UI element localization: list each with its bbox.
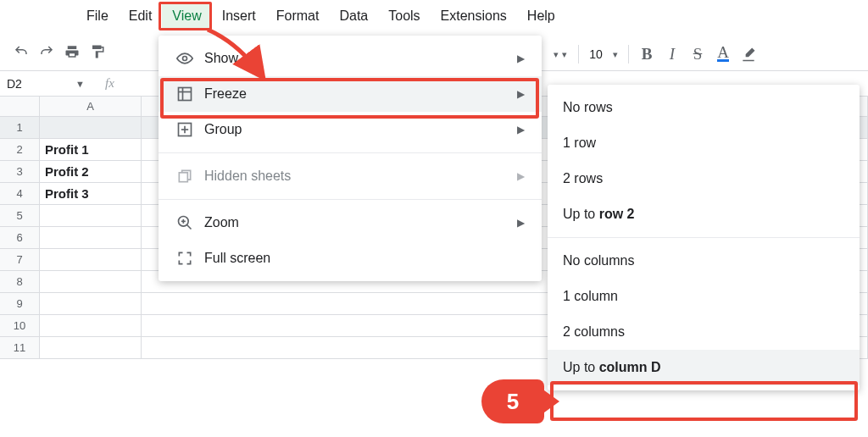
- freeze-icon: [174, 86, 196, 102]
- text-bold: row 2: [599, 207, 635, 221]
- row-header[interactable]: 1: [0, 117, 40, 139]
- row-header[interactable]: 11: [0, 337, 40, 359]
- freeze-2-columns[interactable]: 2 columns: [548, 314, 860, 350]
- select-all-corner[interactable]: [0, 97, 40, 117]
- menu-item-label: Group: [204, 122, 517, 137]
- row-header[interactable]: 9: [0, 293, 40, 315]
- menu-separator: [159, 152, 542, 153]
- menu-tools[interactable]: Tools: [378, 3, 430, 29]
- freeze-1-row[interactable]: 1 row: [548, 125, 860, 161]
- submenu-arrow-icon: ▶: [517, 53, 525, 64]
- bold-button[interactable]: B: [634, 41, 659, 67]
- menu-item-label: Full screen: [204, 251, 525, 266]
- font-size-dropdown-icon[interactable]: ▾: [608, 41, 623, 67]
- name-box-dropdown-icon: ▼: [75, 79, 85, 89]
- freeze-no-columns[interactable]: No columns: [548, 243, 860, 279]
- sheets-icon: [174, 168, 196, 185]
- menu-item-hidden-sheets: Hidden sheets ▶: [159, 158, 542, 194]
- eye-icon: [174, 50, 196, 67]
- menu-item-group[interactable]: Group ▶: [159, 112, 542, 147]
- submenu-arrow-icon: ▶: [517, 124, 525, 136]
- text: Up to: [563, 207, 599, 221]
- row-header[interactable]: 7: [0, 249, 40, 271]
- menu-separator: [548, 237, 860, 238]
- menu-item-label: Freeze: [204, 86, 517, 102]
- row-header[interactable]: 8: [0, 271, 40, 293]
- menu-item-label: Zoom: [204, 215, 517, 230]
- menu-file[interactable]: File: [76, 3, 119, 29]
- menu-separator: [159, 199, 542, 200]
- submenu-arrow-icon: ▶: [517, 217, 525, 229]
- italic-button[interactable]: I: [659, 41, 685, 67]
- menu-item-fullscreen[interactable]: Full screen: [159, 241, 542, 276]
- print-button[interactable]: [59, 39, 85, 64]
- freeze-up-to-column[interactable]: Up to column D: [548, 350, 860, 385]
- menu-item-label: Hidden sheets: [204, 169, 517, 184]
- menu-item-freeze[interactable]: Freeze ▶: [159, 76, 542, 112]
- freeze-no-rows[interactable]: No rows: [548, 90, 860, 125]
- cell[interactable]: [40, 205, 142, 227]
- strikethrough-button[interactable]: S: [685, 41, 710, 67]
- freeze-up-to-row[interactable]: Up to row 2: [548, 196, 860, 232]
- step-number: 5: [507, 389, 519, 415]
- menu-insert[interactable]: Insert: [212, 3, 266, 29]
- toolbar-separator: [628, 45, 629, 64]
- paint-format-button[interactable]: [85, 39, 110, 64]
- row-header[interactable]: 4: [0, 183, 40, 205]
- fx-label: fx: [105, 76, 114, 91]
- menu-item-label: Show: [204, 51, 517, 66]
- zoom-icon: [174, 214, 196, 231]
- column-header-a[interactable]: A: [40, 97, 142, 117]
- annotation-step-badge: 5: [481, 379, 544, 423]
- font-size-value[interactable]: 10: [584, 47, 608, 61]
- name-box[interactable]: D2 ▼: [0, 77, 93, 91]
- fill-color-button[interactable]: [736, 41, 761, 67]
- row-header[interactable]: 6: [0, 227, 40, 249]
- menu-extensions[interactable]: Extensions: [431, 3, 517, 29]
- menu-edit[interactable]: Edit: [119, 3, 163, 29]
- freeze-2-rows[interactable]: 2 rows: [548, 161, 860, 196]
- undo-button[interactable]: [8, 39, 34, 64]
- row-header[interactable]: 3: [0, 161, 40, 183]
- group-icon: [174, 121, 196, 138]
- submenu-arrow-icon: ▶: [517, 170, 525, 182]
- cell[interactable]: [40, 315, 142, 337]
- text-bold: column D: [599, 360, 661, 374]
- menu-item-zoom[interactable]: Zoom ▶: [159, 205, 542, 241]
- text-color-button[interactable]: A: [710, 41, 736, 67]
- toolbar-separator: [578, 45, 579, 64]
- submenu-arrow-icon: ▶: [517, 88, 525, 100]
- cell[interactable]: [40, 227, 142, 249]
- menubar: File Edit View Insert Format Data Tools …: [0, 0, 868, 32]
- cell[interactable]: [40, 117, 142, 139]
- menu-help[interactable]: Help: [517, 3, 565, 29]
- cell[interactable]: [40, 337, 142, 359]
- text: Up to: [563, 360, 599, 374]
- svg-rect-1: [179, 88, 192, 101]
- redo-button[interactable]: [34, 39, 59, 64]
- svg-line-9: [187, 225, 192, 230]
- cell[interactable]: [40, 249, 142, 271]
- freeze-submenu: No rows 1 row 2 rows Up to row 2 No colu…: [548, 85, 860, 390]
- cell[interactable]: [40, 293, 142, 315]
- svg-rect-7: [179, 173, 187, 182]
- menu-data[interactable]: Data: [329, 3, 378, 29]
- cell[interactable]: Profit 3: [40, 183, 142, 205]
- row-header[interactable]: 2: [0, 139, 40, 161]
- menu-item-show[interactable]: Show ▶: [159, 41, 542, 76]
- svg-point-0: [183, 57, 187, 61]
- menu-format[interactable]: Format: [266, 3, 330, 29]
- cell[interactable]: [40, 271, 142, 293]
- cell[interactable]: Profit 1: [40, 139, 142, 161]
- menu-view[interactable]: View: [162, 3, 211, 29]
- toolbar-right: ▾ ▾ 10 ▾ B I S A: [548, 36, 761, 73]
- row-header[interactable]: 5: [0, 205, 40, 227]
- view-menu: Show ▶ Freeze ▶ Group ▶ Hidden sheets ▶ …: [159, 36, 542, 281]
- name-box-value: D2: [7, 77, 22, 91]
- cell[interactable]: Profit 2: [40, 161, 142, 183]
- unknown-dropdown[interactable]: ▾ ▾: [548, 41, 573, 67]
- freeze-1-column[interactable]: 1 column: [548, 279, 860, 314]
- row-header[interactable]: 10: [0, 315, 40, 337]
- fullscreen-icon: [174, 250, 196, 267]
